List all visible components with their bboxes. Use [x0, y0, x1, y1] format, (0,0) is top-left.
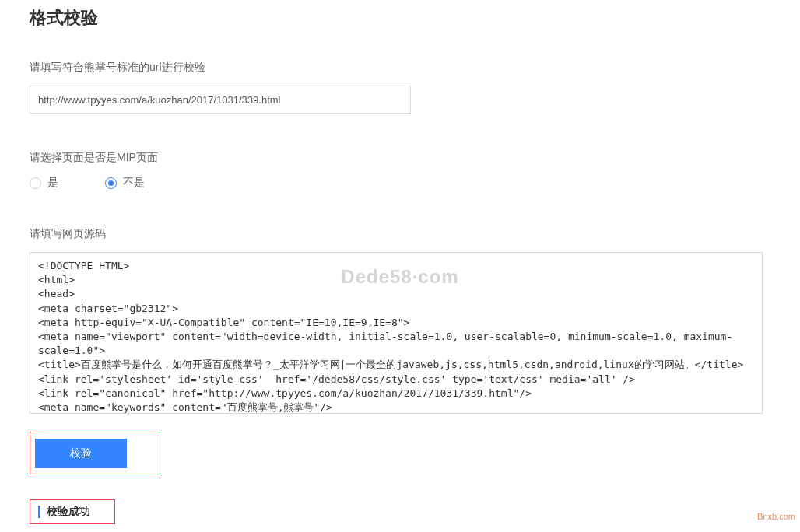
- radio-circle-icon: [105, 177, 117, 189]
- mip-section-label: 请选择页面是否是MIP页面: [30, 151, 770, 165]
- footer-mark: Bnxb.com: [757, 512, 795, 521]
- source-textarea-wrap: Dede58·com: [30, 252, 770, 416]
- source-section-label: 请填写网页源码: [30, 227, 770, 241]
- radio-no[interactable]: 不是: [105, 176, 145, 190]
- page-title: 格式校验: [30, 6, 770, 30]
- radio-circle-icon: [30, 177, 41, 189]
- url-input[interactable]: [30, 86, 411, 114]
- radio-yes[interactable]: 是: [30, 176, 58, 190]
- source-textarea[interactable]: [30, 252, 763, 414]
- mip-radio-group: 是 不是: [30, 176, 770, 190]
- result-text: 校验成功: [47, 505, 90, 519]
- radio-no-label: 不是: [123, 176, 145, 190]
- result-bar-icon: [38, 506, 40, 518]
- url-section-label: 请填写符合熊掌号标准的url进行校验: [30, 61, 770, 75]
- validate-button[interactable]: 校验: [35, 439, 127, 468]
- validate-button-box: 校验: [30, 432, 160, 474]
- result-box: 校验成功: [30, 499, 115, 524]
- radio-yes-label: 是: [47, 176, 58, 190]
